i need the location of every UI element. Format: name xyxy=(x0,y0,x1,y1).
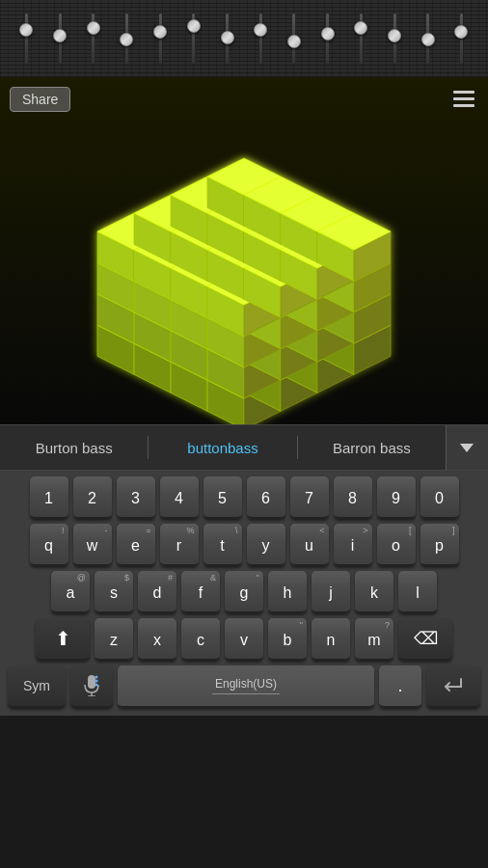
svg-point-200 xyxy=(95,676,98,679)
equalizer-bar xyxy=(0,0,488,77)
key-k[interactable]: k xyxy=(355,571,393,613)
eq-slider-3[interactable] xyxy=(85,8,102,69)
key-space[interactable]: English(US) xyxy=(118,665,374,708)
eq-slider-10[interactable] xyxy=(319,8,337,69)
eq-slider-9[interactable] xyxy=(285,8,303,69)
key-l[interactable]: l xyxy=(398,571,437,613)
svg-point-201 xyxy=(95,680,98,683)
eq-slider-13[interactable] xyxy=(420,8,437,69)
key-b[interactable]: "b xyxy=(268,618,307,661)
key-9[interactable]: 9 xyxy=(377,476,416,519)
key-sym[interactable]: Sym xyxy=(8,665,66,708)
key-4[interactable]: 4 xyxy=(160,476,199,519)
suggestion-buttonbass[interactable]: buttonbass xyxy=(149,436,296,460)
key-enter[interactable] xyxy=(426,665,480,708)
key-p[interactable]: ]p xyxy=(420,524,459,566)
keyboard-bottom-row: Sym English(US) . xyxy=(4,665,484,712)
suggestions-bar: Burton bass buttonbass Barron bass xyxy=(0,424,488,471)
key-backspace[interactable]: ⌫ xyxy=(398,618,452,661)
key-f[interactable]: &f xyxy=(181,571,220,613)
key-d[interactable]: #d xyxy=(138,571,176,613)
eq-slider-4[interactable] xyxy=(118,8,135,69)
key-6[interactable]: 6 xyxy=(247,476,285,519)
key-shift[interactable]: ⬆ xyxy=(36,618,90,661)
eq-slider-14[interactable] xyxy=(452,8,470,69)
eq-slider-6[interactable] xyxy=(185,8,203,69)
mic-icon xyxy=(83,675,100,696)
keyboard-row-z: ⬆ z x c v "b n ?m ⌫ xyxy=(4,618,484,661)
key-q[interactable]: !q xyxy=(30,524,68,566)
key-5[interactable]: 5 xyxy=(203,476,242,519)
key-s[interactable]: $s xyxy=(95,571,133,613)
suggestion-burton-bass[interactable]: Burton bass xyxy=(0,436,148,460)
svg-rect-197 xyxy=(88,675,95,689)
key-3[interactable]: 3 xyxy=(117,476,155,519)
enter-icon xyxy=(442,677,465,694)
key-g[interactable]: "g xyxy=(225,571,263,613)
key-1[interactable]: 1 xyxy=(30,476,68,519)
suggestion-dropdown-button[interactable] xyxy=(446,425,488,470)
key-t[interactable]: \t xyxy=(203,524,242,566)
key-c[interactable]: c xyxy=(181,618,220,661)
key-8[interactable]: 8 xyxy=(334,476,372,519)
eq-slider-12[interactable] xyxy=(386,8,403,69)
key-mic[interactable] xyxy=(70,665,113,708)
dropdown-arrow-icon xyxy=(460,444,474,452)
key-a[interactable]: @a xyxy=(51,571,90,613)
menu-icon[interactable] xyxy=(449,87,478,111)
svg-point-202 xyxy=(95,684,98,687)
eq-slider-7[interactable] xyxy=(219,8,236,69)
key-h[interactable]: h xyxy=(268,571,307,613)
key-w[interactable]: -w xyxy=(73,524,112,566)
key-z[interactable]: z xyxy=(95,618,133,661)
keyboard-row-q: !q -w =e %r \t y <u >i [o ]p xyxy=(4,524,484,566)
keyboard-row-a: @a $s #d &f "g h j k l xyxy=(4,571,484,613)
key-r[interactable]: %r xyxy=(160,524,199,566)
key-0[interactable]: 0 xyxy=(420,476,459,519)
suggestion-barron-bass[interactable]: Barron bass xyxy=(298,436,446,460)
key-2[interactable]: 2 xyxy=(73,476,112,519)
cube-grid-svg xyxy=(0,77,488,424)
share-button[interactable]: Share xyxy=(10,87,70,112)
eq-slider-1[interactable] xyxy=(17,8,35,69)
eq-slider-8[interactable] xyxy=(252,8,269,69)
key-y[interactable]: y xyxy=(247,524,285,566)
keyboard: 1 2 3 4 5 6 7 8 9 0 !q -w =e %r \t y <u … xyxy=(0,471,488,716)
eq-slider-5[interactable] xyxy=(151,8,169,69)
key-x[interactable]: x xyxy=(138,618,176,661)
eq-slider-11[interactable] xyxy=(352,8,369,69)
key-n[interactable]: n xyxy=(312,618,350,661)
eq-slider-2[interactable] xyxy=(51,8,68,69)
key-m[interactable]: ?m xyxy=(355,618,393,661)
key-v[interactable]: v xyxy=(225,618,263,661)
key-o[interactable]: [o xyxy=(377,524,416,566)
key-j[interactable]: j xyxy=(312,571,350,613)
cube-display xyxy=(0,77,488,424)
key-e[interactable]: =e xyxy=(117,524,155,566)
key-period[interactable]: . xyxy=(379,665,421,708)
key-u[interactable]: <u xyxy=(290,524,329,566)
visualizer-area: Share xyxy=(0,77,488,424)
keyboard-row-numbers: 1 2 3 4 5 6 7 8 9 0 xyxy=(4,476,484,519)
key-7[interactable]: 7 xyxy=(290,476,329,519)
key-i[interactable]: >i xyxy=(334,524,372,566)
